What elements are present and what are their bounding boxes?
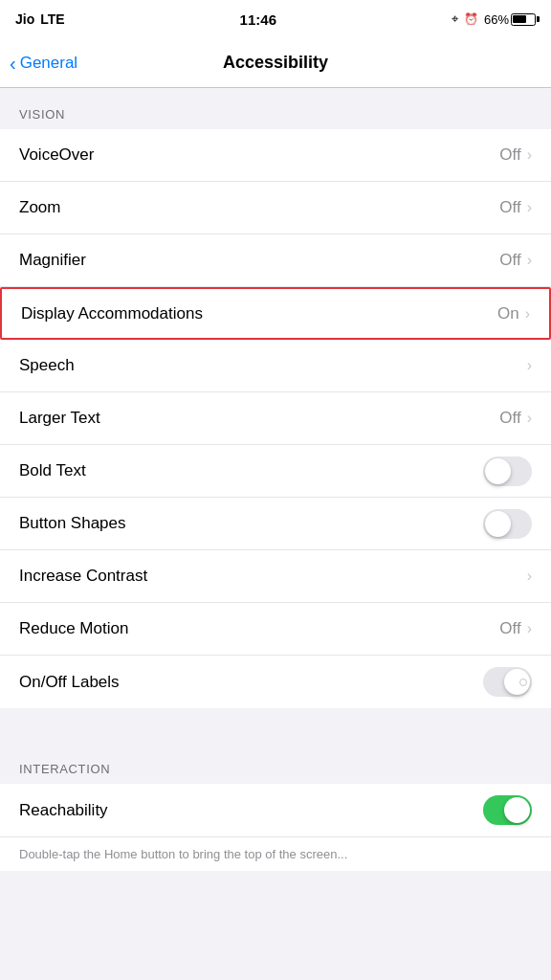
chevron-right-icon: › — [527, 410, 532, 427]
bold-text-item[interactable]: Bold Text — [0, 445, 551, 498]
bold-text-toggle[interactable] — [483, 457, 532, 486]
location-icon: ⌖ — [452, 11, 458, 27]
chevron-right-icon: › — [527, 357, 532, 374]
chevron-right-icon: › — [527, 568, 532, 585]
magnifier-value: Off › — [499, 251, 532, 270]
toggle-label-circle — [519, 679, 527, 686]
display-accommodations-item[interactable]: Display Accommodations On › — [0, 287, 551, 340]
chevron-left-icon: ‹ — [10, 54, 16, 73]
zoom-value: Off › — [499, 198, 532, 217]
reachability-item[interactable]: Reachability — [0, 784, 551, 836]
back-label: General — [20, 54, 77, 73]
voiceover-value: Off › — [499, 145, 532, 165]
increase-contrast-value: › — [527, 568, 532, 585]
battery-icon — [511, 13, 536, 26]
chevron-right-icon: › — [527, 146, 532, 164]
reachability-toggle-wrapper — [483, 795, 532, 825]
reachability-toggle[interactable] — [483, 795, 532, 825]
on-off-labels-label: On/Off Labels — [19, 673, 120, 692]
display-accommodations-label: Display Accommodations — [21, 304, 203, 323]
button-shapes-item[interactable]: Button Shapes — [0, 498, 551, 550]
status-carrier: Jio LTE — [15, 11, 65, 27]
chevron-right-icon: › — [527, 620, 532, 637]
reachability-label: Reachability — [19, 801, 108, 820]
interaction-section-header: INTERACTION — [0, 743, 551, 784]
magnifier-label: Magnifier — [19, 251, 86, 270]
reduce-motion-label: Reduce Motion — [19, 619, 128, 638]
on-off-labels-toggle[interactable] — [483, 667, 532, 697]
on-off-labels-toggle-wrapper — [483, 667, 532, 697]
increase-contrast-item[interactable]: Increase Contrast › — [0, 550, 551, 603]
toggle-knob — [504, 797, 530, 823]
toggle-knob — [485, 458, 511, 484]
vision-section-header: VISION — [0, 88, 551, 129]
button-shapes-toggle[interactable] — [483, 509, 532, 539]
reachability-description: Double-tap the Home button to bring the … — [0, 836, 551, 871]
zoom-label: Zoom — [19, 198, 60, 217]
bold-text-label: Bold Text — [19, 461, 86, 480]
reduce-motion-value: Off › — [499, 619, 532, 638]
toggle-knob — [485, 511, 511, 537]
page-title: Accessibility — [223, 53, 328, 73]
status-time: 11:46 — [240, 11, 276, 28]
chevron-right-icon: › — [525, 305, 530, 323]
bold-text-toggle-wrapper — [483, 457, 532, 486]
nav-bar: ‹ General Accessibility — [0, 38, 551, 88]
alarm-icon: ⏰ — [464, 12, 478, 26]
button-shapes-toggle-wrapper — [483, 509, 532, 539]
larger-text-item[interactable]: Larger Text Off › — [0, 392, 551, 445]
button-shapes-label: Button Shapes — [19, 514, 126, 533]
vision-settings-group: VoiceOver Off › Zoom Off › Magnifier Off… — [0, 129, 551, 708]
section-gap — [0, 708, 551, 743]
interaction-settings-group: Reachability — [0, 784, 551, 836]
status-right: ⌖ ⏰ 66% — [452, 11, 536, 27]
status-bar: Jio LTE 11:46 ⌖ ⏰ 66% — [0, 0, 551, 38]
speech-label: Speech — [19, 356, 75, 375]
speech-value: › — [527, 357, 532, 374]
display-accommodations-value: On › — [497, 304, 530, 323]
magnifier-item[interactable]: Magnifier Off › — [0, 234, 551, 287]
zoom-item[interactable]: Zoom Off › — [0, 182, 551, 234]
interaction-section: INTERACTION Reachability Double-tap the … — [0, 743, 551, 871]
chevron-right-icon: › — [527, 199, 532, 216]
back-button[interactable]: ‹ General — [10, 54, 77, 73]
on-off-labels-item[interactable]: On/Off Labels — [0, 656, 551, 708]
increase-contrast-label: Increase Contrast — [19, 567, 147, 586]
speech-item[interactable]: Speech › — [0, 340, 551, 392]
larger-text-label: Larger Text — [19, 409, 100, 428]
reduce-motion-item[interactable]: Reduce Motion Off › — [0, 603, 551, 656]
voiceover-label: VoiceOver — [19, 145, 94, 165]
battery: 66% — [484, 12, 536, 27]
chevron-right-icon: › — [527, 252, 532, 269]
voiceover-item[interactable]: VoiceOver Off › — [0, 129, 551, 182]
larger-text-value: Off › — [499, 409, 532, 428]
vision-section: VISION VoiceOver Off › Zoom Off › Magnif… — [0, 88, 551, 708]
battery-fill — [513, 15, 526, 23]
